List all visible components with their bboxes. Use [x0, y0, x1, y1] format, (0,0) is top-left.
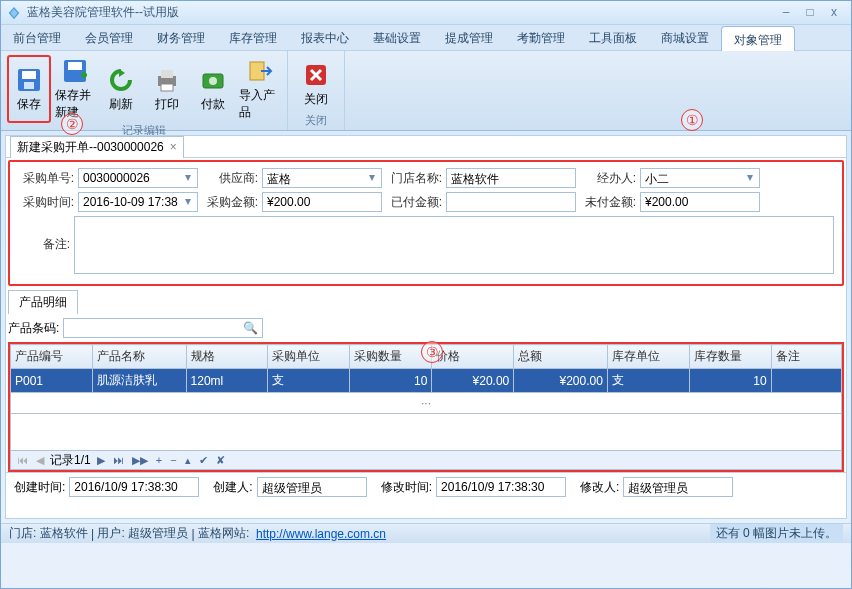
order-no-label: 采购单号:: [18, 170, 74, 187]
unpaid-label: 未付金额:: [580, 194, 636, 211]
create-time-field: 2016/10/9 17:38:30: [69, 477, 199, 497]
document-tab-label: 新建采购开单--0030000026: [17, 139, 164, 156]
table-row[interactable]: P001 肌源洁肤乳 120ml 支 10 ¥20.00 ¥200.00 支 1…: [11, 369, 842, 393]
svg-rect-2: [24, 82, 34, 89]
supplier-field[interactable]: 蓝格▾: [262, 168, 382, 188]
site-link[interactable]: http://www.lange.com.cn: [256, 527, 386, 541]
modify-time-label: 修改时间:: [381, 479, 432, 496]
svg-point-9: [209, 77, 217, 85]
menu-tab[interactable]: 商城设置: [649, 25, 721, 50]
nav-first-button[interactable]: ⏮: [15, 454, 30, 466]
time-field[interactable]: 2016-10-09 17:38▾: [78, 192, 198, 212]
window-title: 蓝格美容院管理软件--试用版: [27, 4, 773, 21]
pay-icon: [199, 66, 227, 94]
menu-tab[interactable]: 报表中心: [289, 25, 361, 50]
agent-label: 经办人:: [580, 170, 636, 187]
order-no-field[interactable]: 0030000026▾: [78, 168, 198, 188]
minimize-button[interactable]: –: [775, 5, 797, 21]
create-time-label: 创建时间:: [14, 479, 65, 496]
modify-time-field: 2016/10/9 17:38:30: [436, 477, 566, 497]
nav-position: 记录1/1: [50, 452, 91, 469]
modifier-field: 超级管理员: [623, 477, 733, 497]
save-icon: [15, 66, 43, 94]
column-header[interactable]: 总额: [514, 345, 608, 369]
print-button[interactable]: 打印: [145, 55, 189, 123]
savenew-icon: [61, 57, 89, 85]
ribbon-group-close-label: 关闭: [294, 113, 338, 128]
column-header[interactable]: 产品编号: [11, 345, 93, 369]
refresh-button[interactable]: 刷新: [99, 55, 143, 123]
maximize-button[interactable]: □: [799, 5, 821, 21]
menu-tab[interactable]: 会员管理: [73, 25, 145, 50]
store-field[interactable]: 蓝格软件: [446, 168, 576, 188]
tab-product-detail[interactable]: 产品明细: [8, 290, 78, 314]
remark-label: 备注:: [18, 216, 70, 253]
creator-label: 创建人:: [213, 479, 252, 496]
supplier-label: 供应商:: [202, 170, 258, 187]
column-header[interactable]: 库存单位: [607, 345, 689, 369]
menu-tab[interactable]: 工具面板: [577, 25, 649, 50]
product-grid[interactable]: 产品编号产品名称规格采购单位采购数量价格总额库存单位库存数量备注 P001 肌源…: [10, 344, 842, 414]
svg-rect-6: [161, 70, 173, 78]
svg-rect-7: [161, 84, 173, 91]
nav-edit-button[interactable]: ▴: [183, 454, 193, 467]
dropdown-icon[interactable]: ▾: [365, 171, 379, 185]
document-tab-close-icon[interactable]: ×: [170, 140, 177, 154]
time-label: 采购时间:: [18, 194, 74, 211]
amount-field[interactable]: ¥200.00: [262, 192, 382, 212]
close-button[interactable]: 关闭: [294, 55, 338, 113]
paid-label: 已付金额:: [386, 194, 442, 211]
document-tab[interactable]: 新建采购开单--0030000026 ×: [10, 136, 184, 158]
svg-rect-4: [68, 62, 82, 70]
column-header[interactable]: 价格: [432, 345, 514, 369]
nav-fastnext-button[interactable]: ▶▶: [130, 454, 150, 467]
refresh-icon: [107, 66, 135, 94]
upload-status: 还有 0 幅图片未上传。: [710, 524, 843, 543]
amount-label: 采购金额:: [202, 194, 258, 211]
menu-tab[interactable]: 考勤管理: [505, 25, 577, 50]
nav-remove-button[interactable]: −: [168, 454, 178, 466]
dropdown-icon[interactable]: ▾: [181, 195, 195, 209]
import-button[interactable]: 导入产品: [237, 55, 281, 123]
paid-field[interactable]: [446, 192, 576, 212]
menu-tab[interactable]: 对象管理: [721, 26, 795, 51]
nav-last-button[interactable]: ⏭: [111, 454, 126, 466]
dropdown-icon[interactable]: ▾: [743, 171, 757, 185]
import-icon: [245, 57, 273, 85]
nav-next-button[interactable]: ▶: [95, 454, 107, 467]
column-header[interactable]: 采购单位: [268, 345, 350, 369]
pay-button[interactable]: 付款: [191, 55, 235, 123]
svg-rect-1: [22, 71, 36, 79]
menu-tab[interactable]: 财务管理: [145, 25, 217, 50]
savenew-button[interactable]: 保存并新建: [53, 55, 97, 123]
store-label: 门店名称:: [386, 170, 442, 187]
column-header[interactable]: 备注: [771, 345, 841, 369]
nav-prev-button[interactable]: ◀: [34, 454, 46, 467]
nav-add-button[interactable]: +: [154, 454, 164, 466]
barcode-input[interactable]: 🔍: [63, 318, 263, 338]
menu-tab[interactable]: 提成管理: [433, 25, 505, 50]
barcode-label: 产品条码:: [8, 320, 59, 337]
grid-navigator: ⏮ ◀ 记录1/1 ▶ ⏭ ▶▶ + − ▴ ✔ ✘: [10, 450, 842, 470]
menu-tab[interactable]: 前台管理: [1, 25, 73, 50]
column-header[interactable]: 库存数量: [689, 345, 771, 369]
column-header[interactable]: 采购数量: [350, 345, 432, 369]
close-window-button[interactable]: x: [823, 5, 845, 21]
nav-cancel-button[interactable]: ✘: [214, 454, 227, 467]
print-icon: [153, 66, 181, 94]
save-button[interactable]: 保存: [7, 55, 51, 123]
modifier-label: 修改人:: [580, 479, 619, 496]
agent-field[interactable]: 小二▾: [640, 168, 760, 188]
status-bar: 门店: 蓝格软件 | 用户: 超级管理员 | 蓝格网站: http://www.…: [1, 523, 851, 543]
creator-field: 超级管理员: [257, 477, 367, 497]
unpaid-field[interactable]: ¥200.00: [640, 192, 760, 212]
nav-check-button[interactable]: ✔: [197, 454, 210, 467]
column-header[interactable]: 规格: [186, 345, 268, 369]
column-header[interactable]: 产品名称: [92, 345, 186, 369]
search-icon[interactable]: 🔍: [243, 321, 258, 335]
dropdown-icon[interactable]: ▾: [181, 171, 195, 185]
menu-tab[interactable]: 库存管理: [217, 25, 289, 50]
remark-field[interactable]: [74, 216, 834, 274]
menu-tab[interactable]: 基础设置: [361, 25, 433, 50]
table-row-new[interactable]: ···: [11, 393, 842, 414]
